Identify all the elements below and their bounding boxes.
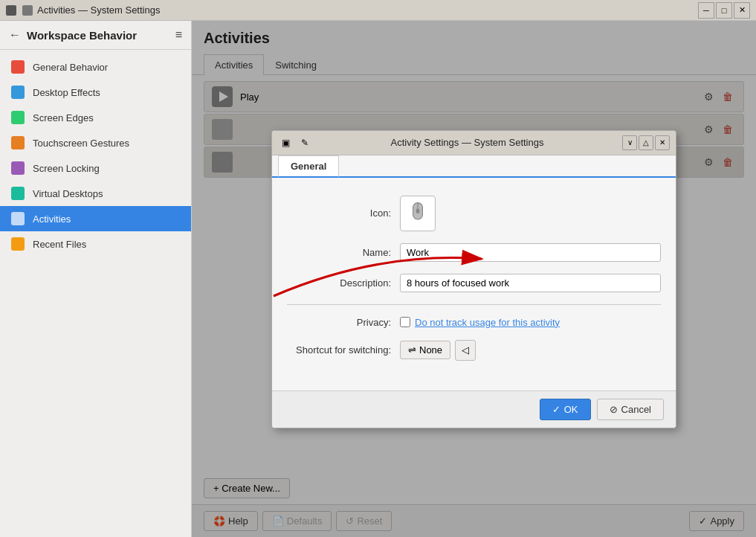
privacy-label: Privacy: (287, 317, 391, 328)
name-label: Name: (287, 247, 391, 258)
ok-label: OK (564, 404, 578, 415)
icon-button[interactable] (400, 196, 436, 231)
description-row: Description: (287, 274, 661, 292)
touchscreen-gestures-icon (10, 135, 25, 150)
maximize-button[interactable]: □ (716, 2, 732, 19)
name-input[interactable] (400, 243, 661, 262)
screen-locking-icon (10, 161, 25, 176)
modal-titlebar: ▣ ✎ Activity Settings — System Settings … (272, 131, 676, 155)
sidebar-item-desktop-effects[interactable]: Desktop Effects (0, 80, 191, 105)
modal-footer: ✓ OK ⊘ Cancel (272, 390, 676, 428)
sidebar: ← Workspace Behavior ≡ General Behavior … (0, 21, 192, 537)
sidebar-item-label-screen-edges: Screen Edges (33, 112, 94, 123)
minimize-button[interactable]: ─ (698, 2, 714, 19)
titlebar-left: Activities — System Settings (6, 4, 160, 16)
shortcut-row: Shortcut for switching: ⇌ None ◁ (287, 340, 661, 361)
privacy-checkbox-row: Do not track usage for this activity (400, 317, 661, 328)
sidebar-item-recent-files[interactable]: Recent Files (0, 231, 191, 257)
sidebar-item-touchscreen-gestures[interactable]: Touchscreen Gestures (0, 130, 191, 155)
shortcut-label: Shortcut for switching: (287, 344, 391, 356)
modal-overlay: ▣ ✎ Activity Settings — System Settings … (192, 21, 756, 537)
desktop-effects-icon (10, 85, 25, 100)
shortcut-control: ⇌ None ◁ (400, 340, 661, 361)
description-control (400, 274, 661, 292)
close-button[interactable]: ✕ (734, 2, 750, 19)
sidebar-menu-button[interactable]: ≡ (175, 28, 182, 42)
privacy-row: Privacy: Do not track usage for this act… (287, 317, 661, 328)
activities-icon (10, 211, 25, 226)
screen-edges-icon (10, 110, 25, 125)
modal-pin-button[interactable]: ▣ (278, 135, 293, 150)
modal-body: Icon: N (272, 178, 676, 390)
form-divider (287, 304, 661, 305)
content-area: Activities Activities Switching Play ⚙ 🗑 (192, 21, 756, 537)
activity-settings-modal: ▣ ✎ Activity Settings — System Settings … (271, 130, 676, 428)
general-behavior-icon (10, 60, 25, 74)
app-icon-1 (6, 5, 16, 16)
svg-point-4 (416, 208, 420, 213)
sidebar-item-activities[interactable]: Activities (0, 206, 191, 231)
recent-files-icon (10, 237, 25, 251)
sidebar-header: ← Workspace Behavior ≡ (0, 21, 191, 50)
back-button[interactable]: ← (9, 28, 21, 42)
ok-icon: ✓ (552, 404, 560, 415)
name-row: Name: (287, 243, 661, 262)
privacy-control: Do not track usage for this activity (400, 317, 661, 328)
sidebar-items: General Behavior Desktop Effects Screen … (0, 50, 191, 537)
modal-tab-general[interactable]: General (278, 155, 339, 178)
modal-close-button[interactable]: ✕ (655, 135, 670, 150)
modal-tabs: General (272, 155, 676, 178)
sidebar-item-label-activities: Activities (33, 213, 71, 225)
mouse-icon-svg (406, 202, 430, 225)
shortcut-button[interactable]: ⇌ None (400, 341, 450, 359)
sidebar-item-screen-locking[interactable]: Screen Locking (0, 155, 191, 181)
titlebar: Activities — System Settings ─ □ ✕ (0, 0, 756, 21)
sidebar-item-virtual-desktops[interactable]: Virtual Desktops (0, 181, 191, 206)
sidebar-item-label-screen-locking: Screen Locking (33, 163, 100, 174)
record-icon: ◁ (462, 344, 469, 356)
app-icon-2 (22, 5, 33, 16)
privacy-checkbox-label[interactable]: Do not track usage for this activity (415, 317, 560, 328)
modal-maximize-button[interactable]: △ (639, 135, 653, 150)
sidebar-item-label-touchscreen-gestures: Touchscreen Gestures (33, 138, 129, 149)
sidebar-item-screen-edges[interactable]: Screen Edges (0, 105, 191, 130)
privacy-checkbox[interactable] (400, 317, 410, 327)
app-icons (6, 5, 33, 16)
sidebar-item-general-behavior[interactable]: General Behavior (0, 54, 191, 80)
icon-label: Icon: (287, 208, 391, 219)
main-layout: ← Workspace Behavior ≡ General Behavior … (0, 21, 756, 537)
cancel-label: Cancel (621, 404, 651, 415)
sidebar-item-label-general-behavior: General Behavior (33, 62, 108, 73)
shortcut-value: None (419, 344, 442, 356)
modal-collapse-button[interactable]: ∨ (622, 135, 637, 150)
icon-row: Icon: (287, 196, 661, 231)
virtual-desktops-icon (10, 186, 25, 201)
sidebar-title: Workspace Behavior (27, 29, 137, 42)
cancel-button[interactable]: ⊘ Cancel (597, 399, 664, 420)
titlebar-controls: ─ □ ✕ (698, 2, 750, 19)
modal-settings-button[interactable]: ✎ (297, 135, 312, 150)
sidebar-item-label-desktop-effects: Desktop Effects (33, 87, 100, 98)
description-label: Description: (287, 277, 391, 289)
shortcut-record-button[interactable]: ◁ (455, 340, 476, 361)
window-title: Activities — System Settings (37, 4, 160, 16)
shortcut-input-row: ⇌ None ◁ (400, 340, 661, 361)
sidebar-item-label-recent-files: Recent Files (33, 239, 86, 250)
description-input[interactable] (400, 274, 661, 292)
cancel-icon: ⊘ (610, 404, 618, 415)
modal-titlebar-controls: ∨ △ ✕ (622, 135, 670, 150)
ok-button[interactable]: ✓ OK (540, 399, 591, 420)
icon-control (400, 196, 661, 231)
modal-title: Activity Settings — System Settings (317, 137, 618, 148)
shortcut-icon: ⇌ (408, 344, 416, 356)
name-control (400, 243, 661, 262)
sidebar-item-label-virtual-desktops: Virtual Desktops (33, 188, 103, 199)
